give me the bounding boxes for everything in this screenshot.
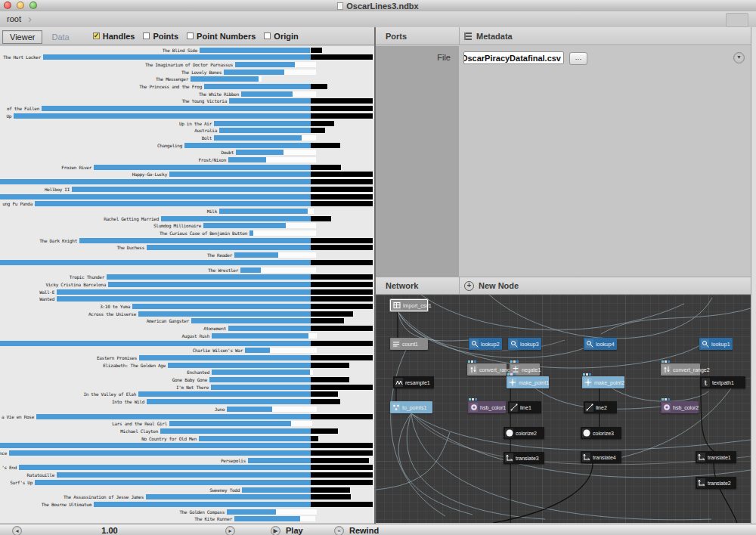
node-textpath1[interactable]: ttextpath1	[700, 376, 745, 388]
node-make_point2[interactable]: make_point2	[582, 376, 624, 388]
breadcrumb-root[interactable]: root	[0, 11, 29, 27]
play-button[interactable]: Play	[286, 526, 303, 535]
blue-bar	[169, 172, 311, 177]
bar-label: Eastern Promises	[97, 355, 137, 360]
black-bar	[311, 399, 340, 404]
bar-label: The Young Victoria	[181, 98, 227, 104]
minimize-window-button[interactable]	[17, 2, 24, 9]
white-bar	[270, 348, 317, 353]
chevron-down-icon[interactable]: ▼	[733, 52, 745, 63]
checkbox-box[interactable]: ✓	[93, 32, 100, 39]
node-lookup2[interactable]: lookup2	[469, 338, 502, 350]
rewind-icon[interactable]: «	[334, 526, 344, 535]
bar-row: Juno	[0, 406, 374, 413]
node-translate1[interactable]: translate1	[696, 451, 736, 463]
node-colorize2[interactable]: colorize2	[503, 427, 544, 439]
node-translate2[interactable]: translate2	[696, 477, 736, 489]
bar-row: The Golden Compass	[0, 509, 374, 516]
speed-decrease-button[interactable]: ◂	[12, 526, 22, 535]
bar-row: Vicky Cristina Barcelona	[0, 281, 374, 289]
speed-increase-button[interactable]: ▸	[225, 526, 235, 535]
node-resample1[interactable]: resample1	[393, 376, 434, 388]
bar-label: Slumdog Millionaire	[153, 223, 201, 228]
node-ports[interactable]	[469, 398, 477, 400]
white-bar	[259, 76, 262, 82]
blue-bar	[169, 421, 291, 426]
play-icon[interactable]: ▶	[271, 526, 280, 535]
node-ports[interactable]	[507, 373, 516, 376]
bar-row: The Bourne Ultimatum	[0, 501, 374, 509]
checkbox-box[interactable]	[264, 32, 271, 39]
node-ports[interactable]	[662, 398, 670, 400]
checkbox-point-numbers[interactable]: Point Numbers	[187, 32, 256, 41]
bar-row: The Duchess	[0, 244, 374, 252]
node-translate4[interactable]: translate4	[581, 451, 621, 463]
bar-label: The Messenger	[156, 76, 188, 82]
breadcrumb-right-button[interactable]	[726, 13, 748, 27]
node-colorize3[interactable]: colorize3	[581, 427, 621, 439]
node-line2[interactable]: line2	[584, 401, 617, 413]
black-bar	[311, 165, 341, 170]
node-translate3[interactable]: translate3	[503, 452, 544, 464]
viewer-canvas[interactable]: The Blind SideThe Hurt LockerThe Imagina…	[0, 46, 374, 523]
node-lookup3[interactable]: lookup3	[508, 338, 541, 350]
node-label: hsb_color1	[480, 405, 506, 410]
black-bar	[311, 318, 344, 323]
node-convert_range1[interactable]: convert_range1	[467, 363, 507, 376]
blue-bar	[200, 48, 310, 53]
checkbox-origin[interactable]: Origin	[264, 32, 298, 41]
bar-row: of the Fallen	[0, 105, 374, 113]
node-line1[interactable]: line1	[508, 401, 541, 413]
checkbox-box[interactable]	[143, 32, 150, 39]
network-canvas[interactable]: import_csv1count1lookup2lookup3lookup4lo…	[376, 295, 751, 523]
bar-label: Wanted	[39, 296, 54, 302]
colorize-icon	[505, 428, 513, 438]
bar-row: The Curious Case of Benjamin Button	[0, 230, 374, 237]
black-bar	[311, 341, 373, 346]
tab-data[interactable]: Data	[45, 31, 76, 43]
node-ports[interactable]	[583, 373, 591, 376]
translate-icon	[505, 453, 513, 462]
scrollbar-track[interactable]	[751, 27, 756, 524]
node-count1[interactable]: count1	[390, 338, 428, 350]
bar-label: The Wrestler	[208, 268, 238, 273]
black-bar	[311, 377, 349, 382]
node-ports[interactable]	[510, 360, 519, 363]
white-bar	[276, 509, 317, 515]
node-lookup1[interactable]: lookup1	[699, 338, 733, 350]
blue-bar	[138, 311, 311, 317]
node-lookup4[interactable]: lookup4	[584, 338, 617, 350]
node-to_points1[interactable]: to_points1	[390, 401, 432, 413]
bar-row: Across the Universe	[0, 311, 374, 318]
checkbox-box[interactable]	[187, 32, 194, 39]
resample-icon	[395, 378, 403, 387]
node-convert_range2[interactable]: convert_range2	[661, 363, 700, 376]
node-hsb_color1[interactable]: hsb_color1	[468, 401, 506, 413]
file-path-input[interactable]: OscarPiracyDatafinal.csv	[463, 51, 564, 64]
blue-bar	[235, 62, 295, 67]
app-window: OscarLines3.ndbx root ViewerData ✓Handle…	[0, 0, 756, 535]
node-hsb_color2[interactable]: hsb_color2	[661, 401, 699, 413]
node-make_point1[interactable]: make_point1	[507, 376, 549, 388]
file-browse-button[interactable]: …	[569, 52, 587, 65]
bar-row	[0, 178, 374, 186]
bar-row: Persepolis	[0, 457, 374, 465]
black-bar	[311, 143, 340, 148]
new-node-button[interactable]: + New Node	[459, 277, 519, 294]
node-import_csv1[interactable]: import_csv1	[390, 299, 428, 311]
tab-viewer[interactable]: Viewer	[2, 30, 42, 44]
checkbox-points[interactable]: Points	[143, 32, 178, 41]
bar-row: The Lovely Bones	[0, 69, 374, 76]
node-ports[interactable]	[662, 360, 670, 363]
node-label: lookup4	[596, 342, 615, 347]
bar-label: Hellboy II	[45, 187, 70, 192]
checkbox-handles[interactable]: ✓Handles	[93, 32, 135, 41]
zoom-window-button[interactable]	[29, 2, 37, 9]
node-ports[interactable]	[468, 360, 476, 363]
close-window-button[interactable]	[4, 2, 11, 9]
text-icon: t	[702, 378, 710, 387]
white-bar	[302, 135, 316, 141]
ports-panel: File	[376, 46, 459, 277]
bar-row: Eastern Promises	[0, 354, 374, 362]
rewind-button[interactable]: Rewind	[349, 526, 379, 535]
